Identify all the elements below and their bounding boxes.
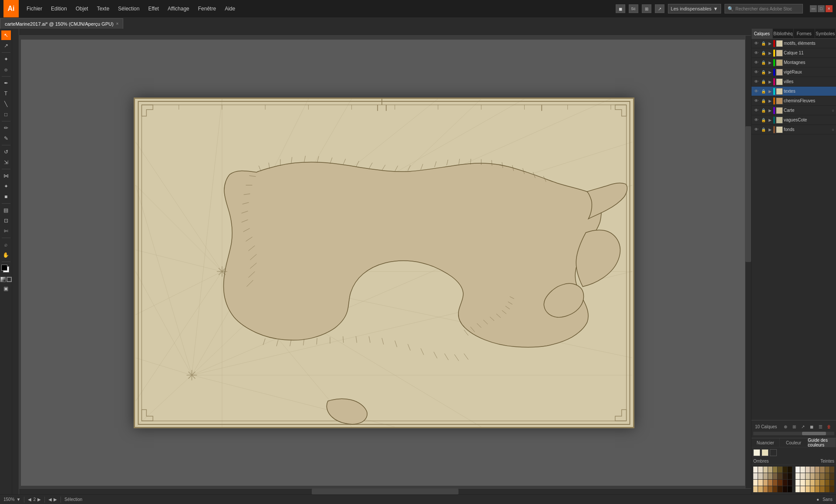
- swatch-cell[interactable]: [796, 480, 800, 486]
- show-all-layers-button[interactable]: ☰: [817, 423, 824, 430]
- swatch-cell[interactable]: [815, 473, 819, 479]
- toolbar-icon-2[interactable]: Sc: [629, 4, 638, 13]
- type-tool-button[interactable]: T: [1, 89, 11, 98]
- swatch-cell[interactable]: [783, 480, 787, 486]
- swatch-cell[interactable]: [753, 467, 758, 473]
- color-swatch-light[interactable]: [762, 449, 769, 456]
- menu-affichage[interactable]: Affichage: [163, 0, 194, 17]
- line-tool-button[interactable]: ╲: [1, 99, 11, 109]
- color-tab-nuancier[interactable]: Nuancier: [752, 438, 780, 447]
- layer-visibility-icon[interactable]: 👁: [753, 50, 759, 56]
- minimize-button[interactable]: —: [810, 5, 817, 12]
- swatch-cell[interactable]: [830, 486, 834, 492]
- swatch-cell[interactable]: [796, 486, 800, 492]
- swatch-cell[interactable]: [788, 486, 792, 492]
- layer-expand-icon[interactable]: ▶: [767, 50, 772, 56]
- search-box[interactable]: 🔍 Rechercher dans Adobe Stoc: [725, 4, 803, 13]
- swatch-cell[interactable]: [806, 480, 810, 486]
- menu-aide[interactable]: Aide: [220, 0, 239, 17]
- horizontal-scrollbar[interactable]: [19, 488, 751, 494]
- swatch-cell[interactable]: [820, 486, 824, 492]
- swatch-cell[interactable]: [788, 480, 792, 486]
- swatch-cell[interactable]: [825, 480, 829, 486]
- layer-expand-icon[interactable]: ▶: [767, 89, 772, 94]
- swatch-cell[interactable]: [820, 473, 824, 479]
- swatch-cell[interactable]: [773, 473, 777, 479]
- menu-texte[interactable]: Texte: [92, 0, 114, 17]
- layer-expand-icon[interactable]: ▶: [767, 60, 772, 65]
- create-sublayer-button[interactable]: ⊞: [791, 423, 798, 430]
- swatch-cell[interactable]: [783, 473, 787, 479]
- color-swatch-white[interactable]: [753, 449, 760, 456]
- layer-lock-icon[interactable]: 🔒: [760, 108, 766, 114]
- vertical-scrollbar[interactable]: [745, 36, 751, 488]
- nav-prev-button[interactable]: ◀: [28, 497, 31, 502]
- swatch-cell[interactable]: [753, 473, 758, 479]
- swatch-cell[interactable]: [773, 480, 777, 486]
- fill-color-box[interactable]: [1, 265, 7, 271]
- swatch-cell[interactable]: [796, 473, 800, 479]
- layer-item-vaguescote[interactable]: 👁 🔒 ▶ vaguesCote: [752, 115, 836, 125]
- swatch-cell[interactable]: [800, 486, 805, 492]
- color-swatch-dark[interactable]: [770, 449, 777, 456]
- swatch-cell[interactable]: [778, 480, 782, 486]
- template-button[interactable]: ◼: [808, 423, 815, 430]
- layer-visibility-icon[interactable]: 👁: [753, 108, 759, 114]
- swatch-cell[interactable]: [773, 486, 777, 492]
- blend-tool-button[interactable]: ⋈: [1, 171, 11, 181]
- scale-tool-button[interactable]: ⇲: [1, 158, 11, 167]
- swatch-cell[interactable]: [768, 480, 772, 486]
- rotate-tool-button[interactable]: ↺: [1, 147, 11, 157]
- pencil-tool-button[interactable]: ✎: [1, 134, 11, 143]
- swatch-cell[interactable]: [815, 480, 819, 486]
- menu-edition[interactable]: Edition: [47, 0, 71, 17]
- layer-item-fonds[interactable]: 👁 🔒 ▶ fonds ○: [752, 125, 836, 134]
- layer-item-textes[interactable]: 👁 🔒 ▶ textes: [752, 87, 836, 96]
- swatch-cell[interactable]: [800, 480, 805, 486]
- layer-expand-icon[interactable]: ▶: [767, 118, 772, 123]
- swatch-cell[interactable]: [800, 473, 805, 479]
- swatch-cell[interactable]: [783, 486, 787, 492]
- layer-visibility-icon[interactable]: 👁: [753, 98, 759, 104]
- swatch-cell[interactable]: [778, 486, 782, 492]
- layer-visibility-icon[interactable]: 👁: [753, 88, 759, 94]
- selection-tool-button[interactable]: ↖: [1, 30, 11, 40]
- layer-expand-icon[interactable]: ▶: [767, 41, 772, 46]
- swatch-cell[interactable]: [820, 480, 824, 486]
- toolbar-icon-3[interactable]: ⊞: [642, 4, 651, 13]
- layer-item-montagnes[interactable]: 👁 🔒 ▶ Montagnes: [752, 58, 836, 67]
- layer-lock-icon[interactable]: 🔒: [760, 50, 766, 56]
- swatch-cell[interactable]: [763, 480, 768, 486]
- workspace-dropdown[interactable]: Les indispensables ▼: [668, 4, 721, 13]
- layer-lock-icon[interactable]: 🔒: [760, 127, 766, 133]
- artboard-prev-button[interactable]: ◀: [48, 497, 52, 502]
- swatch-cell[interactable]: [825, 473, 829, 479]
- swatch-cell[interactable]: [796, 467, 800, 473]
- layer-expand-icon[interactable]: ▶: [767, 108, 772, 113]
- close-button[interactable]: ✕: [826, 5, 833, 12]
- color-tab-guide[interactable]: Guide des couleurs: [808, 438, 836, 447]
- layer-expand-icon[interactable]: ▶: [767, 127, 772, 132]
- swatch-cell[interactable]: [806, 486, 810, 492]
- swatch-cell[interactable]: [758, 473, 762, 479]
- swatch-cell[interactable]: [830, 480, 834, 486]
- gradient-tool-button[interactable]: ■: [1, 192, 11, 202]
- swatch-cell[interactable]: [815, 486, 819, 492]
- tab-formes[interactable]: Formes: [794, 29, 815, 38]
- graph-tool-button[interactable]: ▤: [1, 205, 11, 215]
- swatch-cell[interactable]: [753, 480, 758, 486]
- swatch-cell[interactable]: [778, 473, 782, 479]
- layer-lock-icon[interactable]: 🔒: [760, 79, 766, 85]
- swatch-cell[interactable]: [768, 473, 772, 479]
- swatch-cell[interactable]: [788, 467, 792, 473]
- swatch-cell[interactable]: [753, 486, 758, 492]
- magic-wand-tool-button[interactable]: ✦: [1, 54, 11, 64]
- layer-visibility-icon[interactable]: 👁: [753, 117, 759, 123]
- layer-lock-icon[interactable]: 🔒: [760, 117, 766, 123]
- lasso-tool-button[interactable]: ⌾: [1, 65, 11, 74]
- menu-selection[interactable]: Sélection: [114, 0, 144, 17]
- layer-visibility-icon[interactable]: 👁: [753, 40, 759, 47]
- swatch-cell[interactable]: [763, 473, 768, 479]
- swatch-cell[interactable]: [830, 467, 834, 473]
- artboard-tool-button[interactable]: ⊡: [1, 216, 11, 225]
